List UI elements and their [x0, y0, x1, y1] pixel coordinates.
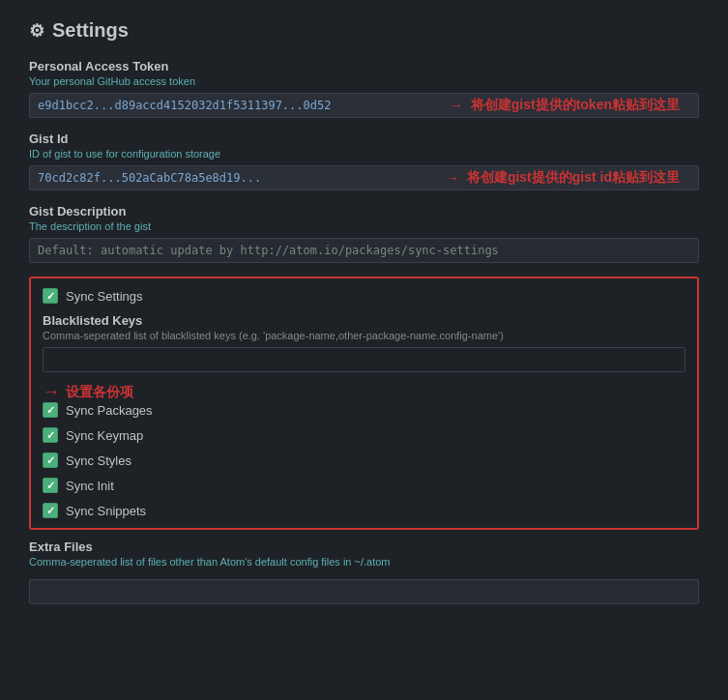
- page-title: Settings: [52, 19, 129, 42]
- sync-keymap-checkbox[interactable]: [43, 427, 58, 443]
- gear-icon: ⚙: [29, 20, 44, 42]
- sync-settings-row[interactable]: Sync Settings: [43, 288, 685, 304]
- sync-styles-checkbox[interactable]: [43, 452, 58, 468]
- sync-init-row[interactable]: Sync Init: [43, 478, 685, 493]
- blacklisted-sublabel: Comma-seperated list of blacklisted keys…: [43, 330, 685, 341]
- gist-desc-sublabel: The description of the gist: [29, 220, 699, 232]
- sync-styles-row[interactable]: Sync Styles: [43, 452, 685, 468]
- gist-id-annotation: → 将创建gist提供的gist id粘贴到这里: [446, 169, 680, 187]
- settings-arrow-icon: →: [43, 382, 60, 402]
- gist-id-label: Gist Id: [29, 131, 699, 146]
- sync-snippets-label: Sync Snippets: [66, 504, 146, 518]
- sync-packages-row[interactable]: Sync Packages: [43, 402, 685, 418]
- pat-input-row: → 将创建gist提供的token粘贴到这里: [29, 93, 699, 118]
- gist-id-annotation-text: 将创建gist提供的gist id粘贴到这里: [467, 169, 680, 187]
- settings-annotation-row: → 设置各份项: [43, 382, 685, 402]
- settings-annotation-text: 设置各份项: [66, 384, 133, 401]
- personal-access-token-section: Personal Access Token Your personal GitH…: [29, 59, 699, 118]
- page-title-row: ⚙ Settings: [29, 19, 699, 42]
- gist-desc-section: Gist Description The description of the …: [29, 204, 699, 263]
- gist-desc-label: Gist Description: [29, 204, 699, 219]
- gist-id-sublabel: ID of gist to use for configuration stor…: [29, 148, 699, 160]
- extra-files-input[interactable]: [29, 579, 699, 604]
- pat-annotation-text: 将创建gist提供的token粘贴到这里: [471, 97, 680, 114]
- gist-id-arrow-icon: →: [446, 170, 459, 186]
- sync-styles-label: Sync Styles: [66, 453, 131, 468]
- blacklisted-label: Blacklisted Keys: [43, 313, 685, 328]
- sync-packages-checkbox[interactable]: [43, 402, 58, 418]
- pat-annotation: → 将创建gist提供的token粘贴到这里: [450, 97, 680, 114]
- sync-settings-label: Sync Settings: [66, 289, 143, 304]
- sync-init-label: Sync Init: [66, 479, 114, 493]
- pat-arrow-icon: →: [450, 98, 463, 113]
- sync-packages-label: Sync Packages: [66, 403, 153, 418]
- blacklisted-keys-section: Blacklisted Keys Comma-seperated list of…: [43, 313, 685, 372]
- gist-id-input-row: → 将创建gist提供的gist id粘贴到这里: [29, 165, 699, 190]
- sync-snippets-row[interactable]: Sync Snippets: [43, 503, 685, 518]
- blacklisted-input[interactable]: [43, 347, 685, 372]
- gist-desc-input[interactable]: [29, 238, 699, 263]
- sync-keymap-row[interactable]: Sync Keymap: [43, 427, 685, 443]
- sync-init-checkbox[interactable]: [43, 478, 58, 493]
- sync-keymap-label: Sync Keymap: [66, 428, 143, 443]
- sync-settings-checkbox[interactable]: [43, 288, 58, 304]
- pat-label: Personal Access Token: [29, 59, 699, 73]
- extra-files-label: Extra Files: [29, 540, 699, 554]
- gist-id-section: Gist Id ID of gist to use for configurat…: [29, 131, 699, 190]
- extra-files-section: Extra Files Comma-seperated list of file…: [29, 540, 699, 604]
- settings-container: ⚙ Settings Personal Access Token Your pe…: [0, 0, 728, 624]
- sync-snippets-checkbox[interactable]: [43, 503, 58, 518]
- pat-sublabel: Your personal GitHub access token: [29, 75, 699, 87]
- sync-options-box: Sync Settings Blacklisted Keys Comma-sep…: [29, 277, 699, 530]
- extra-files-sublabel: Comma-seperated list of files other than…: [29, 556, 699, 568]
